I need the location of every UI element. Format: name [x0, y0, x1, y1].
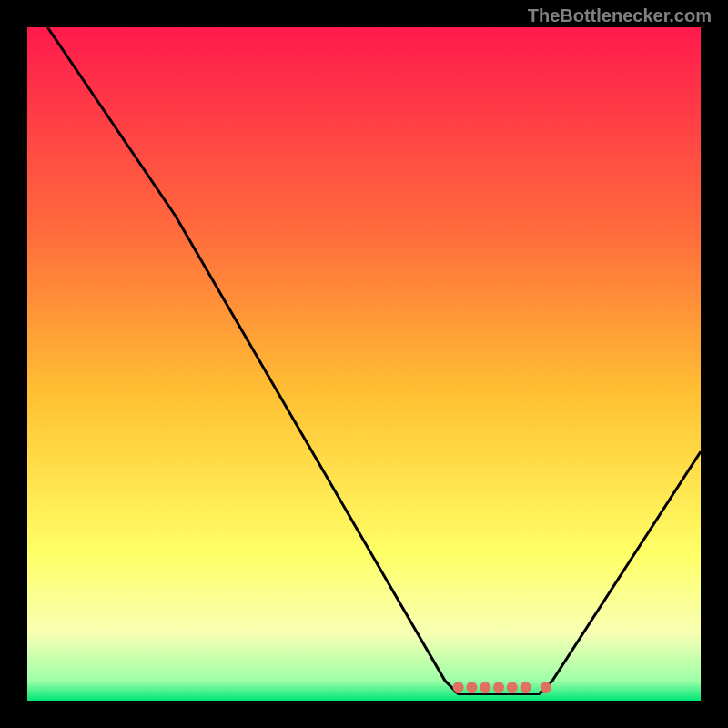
marker-point	[466, 682, 477, 693]
marker-point	[480, 682, 490, 693]
chart-background	[27, 27, 701, 701]
watermark-text: TheBottleneсker.com	[528, 5, 712, 26]
marker-point	[493, 682, 504, 693]
chart-container	[27, 27, 701, 701]
marker-point	[507, 682, 518, 693]
marker-point	[541, 682, 551, 693]
chart-svg	[27, 27, 701, 701]
marker-point	[453, 682, 464, 693]
marker-point	[521, 682, 531, 693]
